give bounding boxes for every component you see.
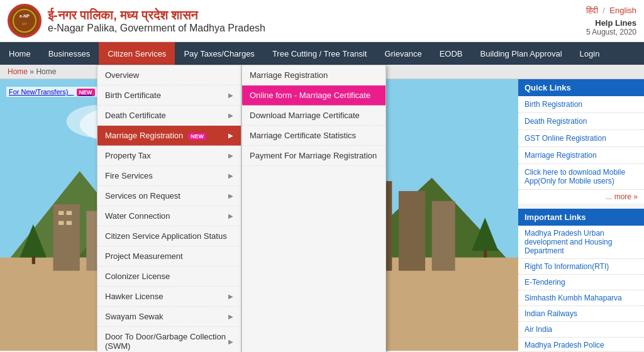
dropdown-water-connection[interactable]: Water Connection ▶ (97, 206, 241, 226)
nav-building-plan[interactable]: Building Plan Approval (472, 42, 571, 65)
important-links-header: Important Links (518, 209, 644, 226)
svg-rect-23 (399, 191, 425, 271)
header-left: e-NP MP ई-नगर पालिका, मध्य प्रदेश शासन e… (8, 4, 265, 38)
important-link-rti[interactable]: Right To Information(RTI) (518, 259, 644, 275)
nav-pay-taxes[interactable]: Pay Taxes/Charges (175, 42, 264, 65)
arrow-icon: ▶ (228, 313, 233, 320)
quick-link-death-registration[interactable]: Death Registration (518, 113, 644, 130)
sidebar: Quick Links Birth Registration Death Reg… (518, 79, 644, 351)
dropdown-item-label: Marriage Registration NEW (105, 131, 206, 140)
svg-rect-28 (67, 221, 72, 225)
language-links[interactable]: हिंदी / English (586, 6, 637, 16)
important-link-air-india[interactable]: Air India (518, 322, 644, 338)
dropdown-colonizer-license[interactable]: Colonizer License (97, 267, 241, 287)
english-title: e-Nagar Palika, Government of Madhya Pra… (48, 23, 265, 34)
arrow-icon: ▶ (228, 212, 233, 219)
svg-text:e-NP: e-NP (19, 14, 30, 18)
breadcrumb-home-link[interactable]: Home (8, 67, 28, 76)
arrow-icon: ▶ (228, 152, 233, 159)
quick-links-more[interactable]: ... more » (518, 190, 644, 204)
important-link-etendering[interactable]: E-Tendering (518, 275, 644, 290)
navbar: Home Businesses Citizen Services Pay Tax… (0, 42, 644, 65)
dropdown-swayam-sewak[interactable]: Swayam Sewak ▶ (97, 307, 241, 327)
important-link-mp-urban[interactable]: Madhya Pradesh Urban development and Hou… (518, 226, 644, 259)
dropdown-primary-menu: Overview Birth Certificate ▶ Death Certi… (97, 65, 242, 352)
important-links-list: Madhya Pradesh Urban development and Hou… (518, 226, 644, 351)
dropdown-secondary-menu: Marriage Registration Online form - Marr… (242, 65, 386, 352)
important-link-simhasth[interactable]: Simhasth Kumbh Mahaparva (518, 290, 644, 306)
dropdown-marriage-registration[interactable]: Marriage Registration NEW ▶ (97, 126, 241, 146)
svg-rect-24 (432, 201, 455, 271)
dropdown-overview[interactable]: Overview (97, 65, 241, 85)
svg-text:MP: MP (22, 22, 27, 26)
new-badge: NEW (188, 133, 206, 140)
submenu-online-form[interactable]: Online form - Marriage Certificate (242, 85, 386, 106)
svg-rect-31 (32, 256, 35, 264)
nav-login[interactable]: Login (571, 42, 609, 65)
arrow-icon: ▶ (228, 112, 233, 119)
banner-link[interactable]: For New/Transfers)_ NEW (6, 87, 97, 97)
nav-grievance[interactable]: Grievance (375, 42, 430, 65)
citizen-services-dropdown: Overview Birth Certificate ▶ Death Certi… (97, 65, 386, 352)
dropdown-citizen-service-status[interactable]: Citizen Service Application Status (97, 226, 241, 246)
date-display: 5 August, 2020 (586, 28, 637, 36)
nav-tree-cutting[interactable]: Tree Cutting / Tree Transit (264, 42, 376, 65)
dropdown-services-on-request[interactable]: Services on Request ▶ (97, 186, 241, 206)
english-link[interactable]: English (609, 6, 636, 15)
arrow-icon: ▶ (228, 172, 233, 179)
dropdown-hawker-license[interactable]: Hawker License ▶ (97, 287, 241, 307)
dropdown-death-certificate[interactable]: Death Certificate ▶ (97, 106, 241, 126)
important-link-indian-railways[interactable]: Indian Railways (518, 306, 644, 322)
svg-rect-27 (58, 221, 64, 225)
svg-rect-32 (484, 250, 487, 258)
svg-rect-26 (67, 211, 72, 215)
arrow-icon: ▶ (228, 132, 233, 139)
arrow-icon: ▶ (228, 192, 233, 199)
dropdown-project-measurement[interactable]: Project Measurement (97, 246, 241, 267)
nav-citizen-services[interactable]: Citizen Services (99, 42, 175, 65)
submenu-payment-marriage[interactable]: Payment For Marriage Registration (242, 146, 386, 166)
quick-link-birth-registration[interactable]: Birth Registration (518, 96, 644, 113)
svg-point-0 (9, 6, 40, 36)
important-link-mp-police[interactable]: Madhya Pradesh Police (518, 338, 644, 351)
breadcrumb-current: Home (36, 67, 56, 76)
breadcrumb-separator: » (30, 67, 36, 76)
header-right: हिंदी / English Help Lines 5 August, 202… (586, 6, 637, 36)
quick-links-header: Quick Links (518, 79, 644, 96)
site-header: e-NP MP ई-नगर पालिका, मध्य प्रदेश शासन e… (0, 0, 644, 42)
submenu-marriage-registration[interactable]: Marriage Registration (242, 65, 386, 85)
dropdown-garbage-collection[interactable]: Door To Door/Garbage Collection (SWM) ▶ (97, 327, 241, 352)
banner-new-badge: NEW (77, 89, 95, 96)
dropdown-fire-services[interactable]: Fire Services ▶ (97, 166, 241, 186)
logo: e-NP MP (8, 4, 42, 38)
submenu-download-certificate[interactable]: Download Marriage Certificate (242, 106, 386, 126)
header-title: ई-नगर पालिका, मध्य प्रदेश शासन e-Nagar P… (48, 8, 265, 34)
hindi-link[interactable]: हिंदी (586, 6, 598, 15)
quick-links-list: Birth Registration Death Registration GS… (518, 96, 644, 204)
nav-eodb[interactable]: EODB (431, 42, 472, 65)
quick-link-gst[interactable]: GST Online Registration (518, 130, 644, 147)
svg-rect-25 (58, 211, 64, 215)
dropdown-property-tax[interactable]: Property Tax ▶ (97, 146, 241, 166)
help-lines-label: Help Lines (586, 18, 637, 28)
hindi-title: ई-नगर पालिका, मध्य प्रदेश शासन (48, 8, 265, 23)
arrow-icon: ▶ (228, 293, 233, 300)
quick-link-mobile-app[interactable]: Click here to download Mobile App(Only f… (518, 164, 644, 190)
arrow-icon: ▶ (228, 92, 233, 99)
submenu-certificate-statistics[interactable]: Marriage Certificate Statistics (242, 126, 386, 146)
nav-home[interactable]: Home (0, 42, 40, 65)
dropdown-birth-certificate[interactable]: Birth Certificate ▶ (97, 85, 241, 106)
quick-link-marriage-registration[interactable]: Marriage Registration (518, 147, 644, 164)
nav-businesses[interactable]: Businesses (40, 42, 99, 65)
arrow-icon: ▶ (228, 338, 233, 345)
